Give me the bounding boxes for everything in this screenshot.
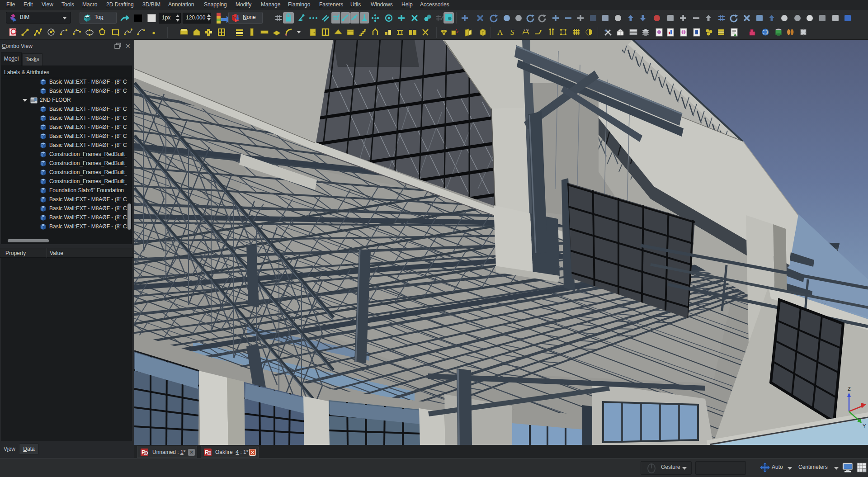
svg-text:1.00: 1.00 bbox=[524, 29, 529, 32]
svg-text:Z: Z bbox=[848, 386, 851, 392]
svg-text:S: S bbox=[510, 28, 514, 37]
svg-text:Y: Y bbox=[863, 423, 866, 429]
svg-text:A: A bbox=[497, 28, 503, 37]
